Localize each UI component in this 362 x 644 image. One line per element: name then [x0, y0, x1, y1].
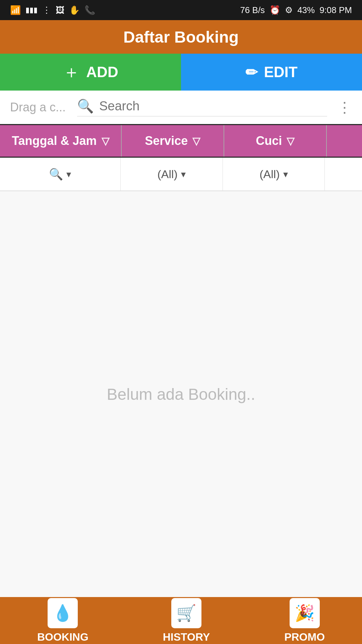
action-buttons-row: ＋ ADD ✏ EDIT: [0, 54, 362, 91]
history-icon: 🛒: [176, 604, 196, 623]
promo-label: PROMO: [284, 631, 325, 643]
th-service: Service ▽: [122, 125, 224, 157]
settings-icon: ⚙: [285, 5, 293, 15]
filter-service-dropdown-arrow: ▾: [181, 169, 186, 180]
filter-search-dropdown[interactable]: ▾: [66, 169, 71, 180]
history-icon-box: 🛒: [171, 598, 201, 628]
edit-label: EDIT: [264, 64, 297, 80]
image-icon: 🖼: [56, 5, 64, 15]
filter-cuci-dropdown-arrow: ▾: [283, 169, 288, 180]
status-bar: 📶 ▮▮▮ ⋮ 🖼 ✋ 📞 76 B/s ⏰ ⚙ 43% 9:08 PM: [0, 0, 362, 20]
filter-icon-cuci[interactable]: ▽: [287, 135, 294, 147]
th-tanggal-label: Tanggal & Jam: [12, 134, 97, 148]
table-header: Tanggal & Jam ▽ Service ▽ Cuci ▽: [0, 124, 362, 158]
clock-icon: ⏰: [269, 5, 280, 15]
search-icon: 🔍: [77, 98, 94, 114]
filter-search-icon: 🔍: [49, 167, 63, 181]
filter-icon-service[interactable]: ▽: [192, 135, 200, 147]
search-area: Drag a c... 🔍 ⋮: [0, 91, 362, 124]
filter-extra-cell: [325, 158, 362, 191]
drag-label: Drag a c...: [10, 100, 70, 114]
menu-dots-icon: ⋮: [42, 5, 51, 15]
network-speed: 76 B/s: [240, 5, 265, 15]
page-title: Daftar Booking: [123, 28, 239, 46]
search-input[interactable]: [99, 99, 327, 113]
th-tanggal-jam: Tanggal & Jam ▽: [0, 125, 122, 157]
th-service-label: Service: [145, 134, 188, 148]
promo-icon-box: 🎉: [290, 598, 320, 628]
hand-icon: ✋: [69, 5, 80, 15]
signal-icon-1: 📶: [10, 5, 21, 15]
current-time: 9:08 PM: [319, 5, 352, 15]
promo-icon: 🎉: [295, 604, 315, 623]
nav-promo[interactable]: 🎉 PROMO: [284, 598, 325, 643]
booking-label: BOOKING: [37, 631, 88, 643]
nav-history[interactable]: 🛒 HISTORY: [163, 598, 210, 643]
empty-message: Belum ada Booking..: [107, 385, 255, 404]
filter-row: 🔍 ▾ (All) ▾ (All) ▾: [0, 158, 362, 191]
search-container: 🔍: [77, 98, 327, 116]
history-label: HISTORY: [163, 631, 210, 643]
th-extra: [327, 125, 362, 157]
filter-icon-tanggal[interactable]: ▽: [102, 135, 109, 147]
th-cuci: Cuci ▽: [224, 125, 327, 157]
whatsapp-icon: 📞: [84, 5, 95, 15]
add-button[interactable]: ＋ ADD: [0, 54, 181, 91]
battery-level: 43%: [297, 5, 315, 15]
status-left-icons: 📶 ▮▮▮ ⋮ 🖼 ✋ 📞: [10, 5, 95, 15]
page-header: Daftar Booking: [0, 20, 362, 54]
filter-cuci-value: (All): [259, 168, 280, 181]
status-right-info: 76 B/s ⏰ ⚙ 43% 9:08 PM: [240, 5, 352, 15]
pencil-icon: ✏: [245, 64, 258, 81]
booking-icon: 💧: [53, 604, 73, 623]
th-cuci-label: Cuci: [256, 134, 282, 148]
signal-icon-2: ▮▮▮: [25, 6, 38, 14]
plus-icon: ＋: [63, 60, 80, 84]
filter-cuci-cell[interactable]: (All) ▾: [223, 158, 325, 191]
booking-icon-box: 💧: [48, 598, 78, 628]
more-options-icon[interactable]: ⋮: [337, 99, 352, 116]
edit-button[interactable]: ✏ EDIT: [181, 54, 362, 91]
filter-service-cell[interactable]: (All) ▾: [121, 158, 223, 191]
nav-booking[interactable]: 💧 BOOKING: [37, 598, 88, 643]
add-label: ADD: [86, 64, 118, 80]
bottom-nav: 💧 BOOKING 🛒 HISTORY 🎉 PROMO: [0, 597, 362, 644]
filter-service-value: (All): [158, 168, 178, 181]
filter-search-cell: 🔍 ▾: [0, 158, 121, 191]
empty-state: Belum ada Booking..: [0, 191, 362, 597]
